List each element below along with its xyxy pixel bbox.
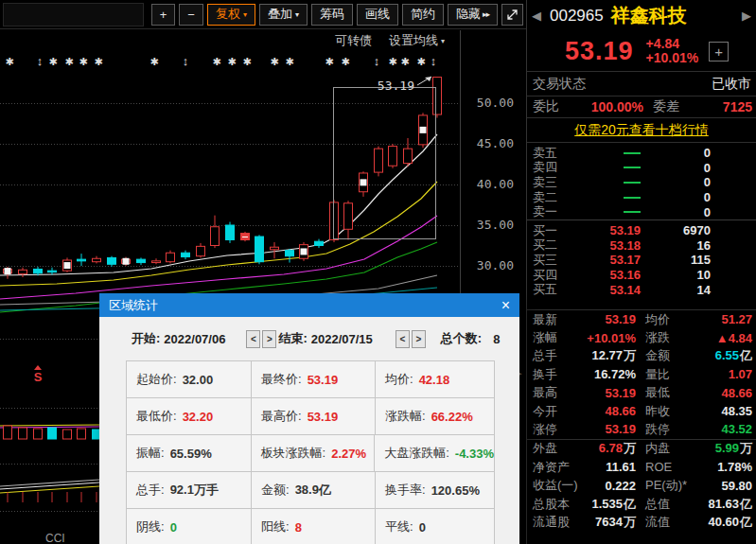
event-marker-icon: ↕ (374, 54, 380, 68)
event-markers: ✱↕✱✱✱✱✱↕✱✱✱✱✱✱✱↕✱✱✱↕ (5, 54, 436, 68)
order-price: 53.18 (571, 238, 641, 253)
buy-row[interactable]: 买三53.17115 (527, 253, 756, 268)
sell-row[interactable]: 卖二0 (527, 190, 756, 205)
dialog-title-bar[interactable]: 区域统计 × (99, 293, 519, 317)
stat-value: 1.535亿 (582, 496, 636, 513)
prev-stock-button[interactable]: ◀ (527, 9, 546, 23)
stat-row: 最高53.19最低48.66 (527, 384, 756, 402)
stat-row: 收益(一)0.222PE(动)*59.80 (527, 476, 756, 494)
order-volume: 0 (641, 205, 711, 219)
dialog-stat-label: 阳线: (261, 518, 290, 535)
order-volume: 0 (641, 161, 711, 175)
quote-panel: ◀ 002965 祥鑫科技 ▶ 53.19 +4.84 +10.01% + 交易… (526, 0, 756, 544)
order-volume: 0 (641, 175, 711, 189)
hide-button[interactable]: 隐藏 ▸▸ (448, 4, 498, 26)
stat-label: 最新 (533, 311, 582, 328)
event-marker-icon: ✱ (325, 56, 333, 67)
dialog-stat-label: 平线: (385, 518, 413, 535)
dialog-stat-label: 最终价: (261, 371, 302, 388)
dialog-stat-cell: 涨跌幅:66.22% (376, 398, 495, 434)
weibi-label: 委比 (533, 98, 582, 115)
fullscreen-button[interactable] (501, 4, 523, 26)
stat-label: 量比 (645, 366, 698, 383)
next-stock-button[interactable]: ▶ (737, 9, 756, 23)
dialog-stat-row: 振幅:65.59%板块涨跌幅:2.27%大盘涨跌幅:-4.33% (127, 435, 495, 472)
end-date-next-button[interactable]: > (412, 330, 426, 348)
order-volume: 6970 (641, 223, 711, 237)
end-date-prev-button[interactable]: < (396, 330, 410, 348)
buy-row[interactable]: 买一53.196970 (527, 223, 756, 238)
stock-name: 祥鑫科技 (611, 3, 737, 28)
stat-row: 外盘6.78万内盘5.99万 (527, 440, 756, 458)
stat-number: 48.35 (721, 404, 752, 418)
zoom-out-button[interactable]: − (179, 4, 203, 26)
stat-value: 53.19 (582, 312, 636, 326)
stat-row: 换手16.72%量比1.07 (527, 365, 756, 383)
stock-code: 002965 (550, 7, 604, 26)
stats-grid: 最新53.19均价51.27涨幅+10.01%涨跌▲4.84总手12.77万金额… (527, 310, 756, 532)
high-price-tag: 53.19 (378, 79, 414, 93)
sell-row[interactable]: 卖四0 (527, 161, 756, 176)
event-marker-icon: ✱ (149, 56, 158, 67)
order-volume: 0 (641, 146, 711, 160)
buy-row[interactable]: 买五53.1414 (527, 282, 756, 297)
last-price: 53.19 (565, 37, 634, 66)
stat-row: 总股本1.535亿总值81.63亿 (527, 495, 756, 513)
chips-button[interactable]: 筹码 (311, 4, 353, 26)
dialog-stat-label: 起始价: (136, 371, 177, 388)
dialog-stat-row: 总手:92.1万手金额:38.9亿换手率:120.65% (127, 472, 495, 509)
stat-value: 48.66 (698, 386, 752, 400)
buy-row[interactable]: 买二53.1816 (527, 238, 756, 254)
event-marker-icon: ✱ (285, 56, 293, 67)
dialog-stat-label: 振幅: (136, 445, 165, 462)
stat-value: 12.77万 (582, 347, 636, 364)
order-volume: 16 (641, 238, 711, 253)
zoom-in-button[interactable]: + (151, 4, 176, 26)
stat-label: 金额 (645, 347, 698, 364)
event-marker-icon: ✱ (270, 56, 278, 67)
add-watchlist-button[interactable]: + (709, 42, 729, 61)
sell-row[interactable]: 卖一0 (527, 204, 756, 219)
stat-number: 1.78% (717, 460, 752, 474)
level2-promo-link[interactable]: 仅需20元查看十档行情 (574, 122, 709, 139)
end-date-label: 结束: (278, 330, 307, 347)
sell-row[interactable]: 卖五0 (527, 146, 756, 161)
simple-mode-button[interactable]: 简约 (402, 4, 444, 26)
draw-line-button[interactable]: 画线 (357, 4, 398, 26)
dialog-stat-label: 最低价: (136, 408, 177, 425)
stat-label: 最高 (533, 384, 582, 401)
stat-value: 16.72% (582, 367, 636, 381)
stat-value: 59.80 (698, 479, 752, 493)
stat-unit: 亿 (740, 497, 752, 511)
buy-order-book: 买一53.196970买二53.1816买三53.17115买四53.1610买… (527, 220, 756, 297)
order-level-label: 买五 (527, 281, 571, 298)
dialog-stat-label: 板块涨跌幅: (261, 445, 326, 462)
stat-value: 7634万 (582, 514, 636, 531)
stat-value: 0.222 (582, 479, 636, 493)
stat-label: ROE (645, 460, 698, 474)
order-volume: 0 (641, 190, 711, 204)
overlay-dropdown[interactable]: 叠加 ▾ (259, 4, 308, 26)
event-marker-icon: ✱ (94, 56, 102, 67)
stat-unit: 万 (624, 441, 636, 455)
indicator-tab-label[interactable]: CCI (45, 532, 65, 544)
convertible-bond-link[interactable]: 可转债 (335, 32, 372, 49)
adjust-price-dropdown[interactable]: 复权 ▾ (207, 4, 255, 26)
stat-unit: 万 (624, 348, 636, 362)
weicha-value: 7125 (691, 99, 752, 114)
stat-number: 53.19 (605, 386, 636, 400)
close-icon[interactable]: × (501, 298, 510, 313)
dialog-stat-label: 涨跌幅: (385, 408, 426, 425)
stat-label: PE(动)* (645, 477, 698, 494)
event-marker-icon: ✱ (341, 56, 349, 67)
stat-row: 总手12.77万金额6.55亿 (527, 347, 756, 365)
start-date-prev-button[interactable]: < (246, 330, 260, 348)
dialog-stat-label: 均价: (385, 371, 413, 388)
buy-row[interactable]: 买四53.1610 (527, 268, 756, 283)
ma-settings-dropdown[interactable]: 设置均线 ▾ (389, 32, 445, 49)
stat-number: ▲4.84 (716, 331, 752, 345)
stat-unit: 万 (740, 441, 752, 455)
sell-row[interactable]: 卖三0 (527, 175, 756, 190)
fullscreen-icon (506, 9, 519, 21)
start-date-next-button[interactable]: > (262, 330, 276, 348)
